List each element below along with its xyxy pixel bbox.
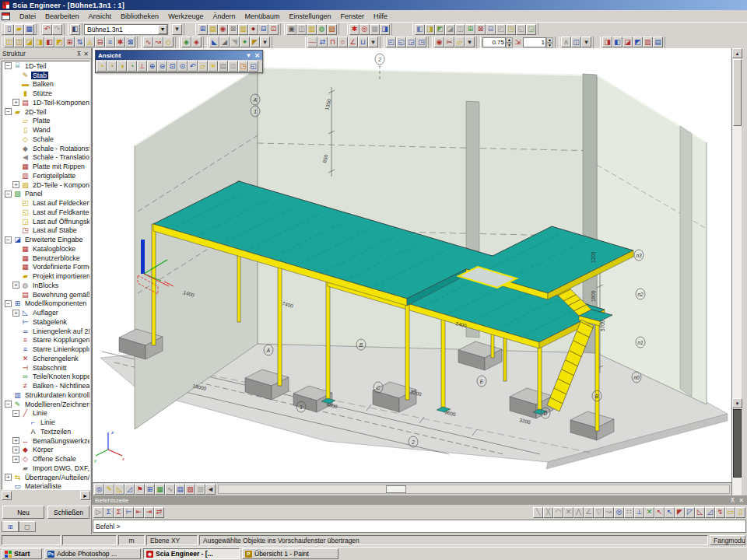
snap-grid-icon[interactable]: ∷ <box>624 507 634 518</box>
member-delete-icon[interactable]: ⊠ <box>125 37 135 47</box>
light-toggle-icon[interactable]: ☀ <box>208 61 218 72</box>
dim-dropdown-icon[interactable]: ▾ <box>368 37 378 47</box>
view-persp-icon[interactable]: ◱ <box>516 24 526 35</box>
expand-icon[interactable]: + <box>12 446 19 453</box>
tree-item-schale[interactable]: ◇Schale <box>2 135 89 144</box>
material-ball-icon[interactable]: ● <box>248 24 258 35</box>
view-right-icon[interactable]: ⊟ <box>486 24 496 35</box>
picture-gallery-icon[interactable]: ▥ <box>307 24 317 35</box>
step-forward-icon[interactable]: ⇥ <box>144 507 154 518</box>
swap-direction-icon[interactable]: ⇄ <box>154 507 164 518</box>
tree-item-starre-linienkopplun[interactable]: ≡Starre Linienkopplun <box>2 345 89 354</box>
collapse-icon[interactable]: − <box>5 191 12 198</box>
combo-dropdown-icon[interactable]: ▼ <box>158 25 167 34</box>
notebook-icon[interactable]: ▥ <box>238 24 248 35</box>
measure-tri-yellow-icon[interactable]: ◺ <box>114 484 124 495</box>
view-axo-icon[interactable]: ◪ <box>445 24 455 35</box>
collapse-icon[interactable]: − <box>12 410 19 417</box>
spline-icon[interactable]: ↝ <box>153 37 163 47</box>
menu-ansicht[interactable]: Ansicht <box>84 11 117 22</box>
filter-cut-icon[interactable]: ✂ <box>444 37 454 47</box>
tree-item-last-auf-öffnungskar[interactable]: ◲Last auf Öffnungskar <box>2 217 89 226</box>
tree-item-vordefinierte-formen[interactable]: ▦Vordefinierte Formen <box>2 263 89 272</box>
wave-display-icon[interactable]: ∿ <box>165 484 175 495</box>
scale-link-icon[interactable]: ⇲ <box>513 37 523 47</box>
report-icon[interactable]: ▧ <box>327 24 337 35</box>
menu-einstellungen[interactable]: Einstellungen <box>285 11 336 22</box>
member-rotate-icon[interactable]: ◧ <box>44 37 54 47</box>
window-pair-icon[interactable]: ⊟ <box>258 24 268 35</box>
tree-item-bewehrung-gemäß-v[interactable]: ▤Bewehrung gemäß V <box>2 290 89 299</box>
collapse-left-icon[interactable]: ◄ <box>205 484 216 495</box>
tree-item-stab[interactable]: ✎Stab <box>2 71 89 80</box>
zoom-factor-spinner[interactable]: ▲▼ <box>506 37 513 47</box>
workplane-3-icon[interactable]: ◲ <box>406 37 416 47</box>
viewport-v-scrollbar-thumb[interactable] <box>733 59 742 126</box>
tree-item-übertragen-aufteilen-ve[interactable]: +⇆Übertragen/Aufteilen/Ve <box>2 473 89 482</box>
part-dark-icon[interactable]: ◢ <box>219 37 230 47</box>
close-button[interactable]: Schließen <box>47 506 89 519</box>
tree-item-benutzerblöcke[interactable]: ▦Benutzerblöcke <box>2 254 89 263</box>
snap-tri-blue-icon[interactable]: ◸ <box>685 507 695 518</box>
collapse-icon[interactable]: − <box>5 108 12 115</box>
layer-dropdown-icon[interactable]: ▾ <box>465 37 475 47</box>
snap-intersect-icon[interactable]: ✕ <box>644 507 654 518</box>
load-case-1-icon[interactable]: ◨ <box>602 37 612 47</box>
part-plus-icon[interactable]: ◤ <box>250 37 260 47</box>
draw-pencil-icon[interactable]: ✎ <box>104 484 114 495</box>
node-green-icon[interactable]: ◈ <box>181 37 191 47</box>
load-case-5-icon[interactable]: ▥ <box>643 37 653 47</box>
xy-table-icon[interactable]: ⊠ <box>228 24 238 35</box>
tree-item-inblocks[interactable]: +◍InBlocks <box>2 281 89 290</box>
viewport-h-scrollbar-thumb[interactable] <box>386 485 406 493</box>
expand-icon[interactable]: + <box>12 99 19 106</box>
tree-item-körper[interactable]: +◆Körper <box>2 446 89 455</box>
snap-line-icon[interactable]: ╲ <box>533 507 543 518</box>
viewport-h-scrollbar[interactable] <box>218 485 730 494</box>
dim-bracket-icon[interactable]: ⊔ <box>358 37 368 47</box>
menu-hilfe[interactable]: Hilfe <box>369 11 392 22</box>
snap-peak-icon[interactable]: ⋀ <box>573 507 584 518</box>
close-project-icon[interactable]: ◧ <box>70 24 80 35</box>
undo-icon[interactable]: ↶ <box>42 24 52 35</box>
menu-datei[interactable]: Datei <box>15 11 40 22</box>
snap-corner-icon[interactable]: ◤ <box>675 507 685 518</box>
scale-input[interactable]: 1 <box>523 37 546 47</box>
ansicht-window[interactable]: Ansicht ▼✕ ◔◔◑◔⊥⊕⊖⊡⊙↶▱☀▤▤◳◱ <box>95 50 263 73</box>
ansicht-titlebar[interactable]: Ansicht ▼✕ <box>96 51 262 60</box>
scroll-right-icon[interactable]: ► <box>80 491 90 500</box>
tree-item-1d-teil-komponente[interactable]: +▤1D-Teil-Komponente <box>2 98 89 107</box>
clip-plane-icon[interactable]: ▤ <box>228 61 238 72</box>
tree-item-katalogblöcke[interactable]: ▦Katalogblöcke <box>2 244 89 254</box>
view-xz-icon[interactable]: ◨ <box>425 24 435 35</box>
tree-item-import-dwg-dxf-v[interactable]: ▰Import DWG, DXF, V <box>2 464 89 473</box>
view-manager-icon[interactable]: ◱ <box>248 61 258 72</box>
snap-doc-icon[interactable]: ▯ <box>735 507 745 518</box>
tree-item-offene-schale[interactable]: +◇Offene Schale <box>2 454 89 464</box>
menu-menübaum[interactable]: Menübaum <box>240 11 285 22</box>
load-case-6-icon[interactable]: ▤ <box>653 37 663 47</box>
search-check-icon[interactable]: ◎ <box>359 24 370 35</box>
tree-item-last-auf-feldkanten[interactable]: ◱Last auf Feldkanten <box>2 208 89 217</box>
tree-item-1d-teil[interactable]: −⌸1D-Teil <box>2 61 89 71</box>
tree-item-stabschnitt[interactable]: ⊣Stabschnitt <box>2 363 89 373</box>
select-cursor-icon[interactable]: ◎ <box>94 484 104 495</box>
tree-item-auflager[interactable]: +◺Auflager <box>2 308 89 317</box>
status-unit[interactable]: m <box>118 535 145 545</box>
dropdown-icon[interactable]: ▾ <box>260 37 270 47</box>
tree-item-wand[interactable]: ▯Wand <box>2 125 89 135</box>
tree-item-modellkomponenten[interactable]: −⊞Modellkomponenten <box>2 299 89 309</box>
snap-cursor-icon[interactable]: ◎ <box>614 507 624 518</box>
gallery-icon[interactable]: ⊡ <box>268 24 279 35</box>
render-mode-icon[interactable]: ▦ <box>155 484 165 495</box>
tree-item-schale-rotationsflä[interactable]: ◆Schale - Rotationsflä <box>2 144 89 153</box>
view-yz-icon[interactable]: ◩ <box>435 24 445 35</box>
tree-item-linie[interactable]: ⌐Linie <box>2 418 89 427</box>
part-blue-icon[interactable]: ◣ <box>209 37 219 47</box>
active-view-combobox[interactable]: Bühne1.3n1 ▼ <box>84 24 168 35</box>
load-case-4-icon[interactable]: ◩ <box>633 37 643 47</box>
viewport-v-scrollbar[interactable]: ▲ ▼ <box>731 48 742 495</box>
redo-icon[interactable]: ↷ <box>52 24 62 35</box>
snap-cross-icon[interactable]: ╳ <box>543 507 553 518</box>
tab-properties[interactable]: ▢ <box>19 521 36 532</box>
